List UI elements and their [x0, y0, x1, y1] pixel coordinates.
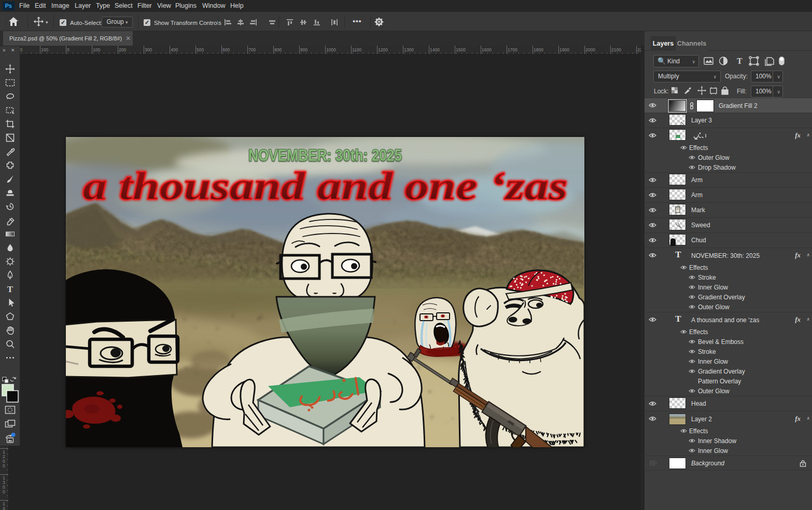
svg-text:NOVEMBER: 30th: 2025: NOVEMBER: 30th: 2025	[248, 146, 402, 164]
svg-text:T: T	[737, 57, 743, 65]
svg-text:T: T	[7, 284, 13, 294]
svg-text:a thousand and one ‘zas: a thousand and one ‘zas	[83, 164, 568, 208]
